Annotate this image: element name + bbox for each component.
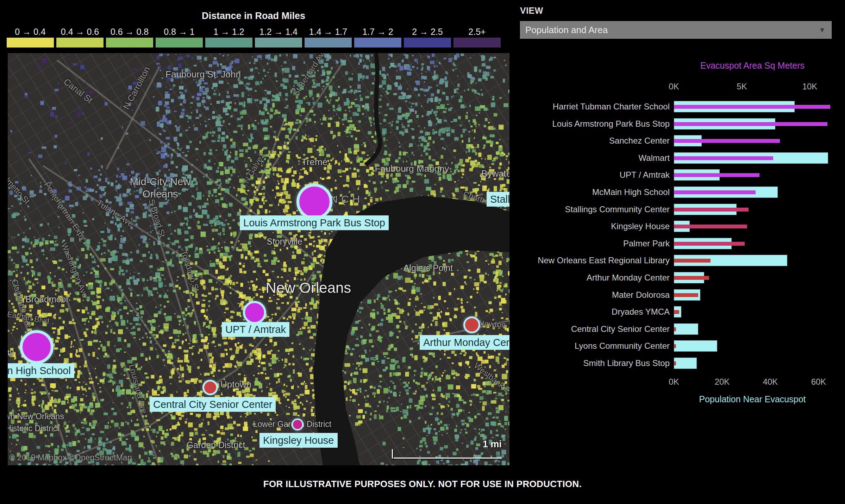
bar-row-label: Palmer Park (512, 238, 670, 249)
map-area-label: Uptown (220, 379, 251, 390)
bar-row-label: Central City Senior Center (512, 324, 670, 334)
bar-row-label: Sanchez Center (512, 136, 670, 146)
legend-swatch[interactable] (156, 38, 203, 48)
map-area-label: Mid-City New (130, 176, 190, 188)
map-area-label: Storyville (267, 237, 302, 247)
area-bar[interactable] (674, 173, 759, 177)
view-dropdown[interactable]: Population and Area ▼ (520, 21, 832, 39)
bar-row-label: Smith Library Bus Stop (512, 358, 670, 368)
bar-row-label: Kingsley House (512, 221, 670, 232)
bar-row-label: McMain High School (512, 187, 670, 197)
bar-row-label: Arthur Monday Center (512, 272, 670, 283)
evacuspot-label-upt-amtrak: UPT / Amtrak (222, 322, 289, 337)
legend-swatch[interactable] (205, 38, 252, 48)
population-axis-tick: 40K (756, 377, 784, 387)
legend-swatch[interactable] (354, 38, 401, 48)
evacuspot-label-arthur-monday-center: Arthur Monday Center (420, 335, 509, 350)
map-area-label: Faubourg Marigny (375, 163, 449, 174)
legend-title: Distance in Road Miles (0, 11, 507, 21)
map-area-label: University (8, 348, 14, 358)
evacuspot-dot-kingsley-house[interactable] (292, 418, 303, 430)
population-axis-tick: 20K (708, 377, 736, 387)
scale-bar-label: 1 mi (449, 439, 502, 450)
evacuspot-dot-upt-amtrak[interactable] (243, 301, 266, 324)
area-bar[interactable] (674, 344, 676, 348)
legend-swatch[interactable] (255, 38, 302, 48)
bar-row-label: UPT / Amtrak (512, 170, 670, 180)
evacuspot-label-stallings-community-center: Stallings Community Center (487, 192, 509, 207)
map[interactable]: Faubourg St. JohnCanal StN CarrolltonMid… (8, 53, 509, 465)
legend-category-label: 2.5+ (446, 27, 508, 37)
scale-bar-tick (392, 449, 393, 459)
bar-row-label: Stallings Community Center (512, 204, 670, 215)
evacuspot-label-kingsley-house: Kingsley House (259, 433, 338, 448)
map-area-label: Bywater (481, 168, 509, 179)
area-bar[interactable] (674, 139, 780, 143)
bar-row-label: Lyons Community Center (512, 341, 670, 351)
map-area-label: Algiers Point (403, 263, 453, 273)
evacuspot-label-central-city-senior-center: Central City Senior Center (150, 397, 276, 412)
bar-row-label: New Orleans East Regional Library (512, 255, 670, 266)
legend-swatch[interactable] (7, 38, 54, 48)
area-axis-tick: 10K (796, 82, 824, 92)
area-axis-tick: 0K (660, 82, 688, 92)
area-bar[interactable] (674, 225, 747, 228)
evacuspot-dot-central-city-senior-center[interactable] (202, 380, 218, 395)
dashboard: { "legend": { "title": "Distance in Road… (0, 0, 845, 504)
scale-bar (392, 458, 502, 459)
map-area-label: Orleans (142, 188, 178, 200)
bar-row-label: Louis Armstrong Park Bus Stop (512, 119, 670, 129)
map-area-label: Uptown New Orleans (8, 412, 64, 421)
legend-swatch[interactable] (404, 38, 451, 48)
bar-row-label: Harriet Tubman Charter School (512, 101, 670, 112)
chevron-down-icon: ▼ (819, 21, 826, 38)
population-axis-tick: 60K (805, 377, 833, 387)
map-area-label: Tremé (301, 157, 327, 168)
population-axis-tick: 0K (660, 377, 688, 387)
evacuspot-dot-arthur-monday-center[interactable] (463, 316, 480, 333)
area-bar[interactable] (674, 122, 827, 126)
area-bar[interactable] (674, 361, 676, 365)
evacuspot-dot-mcmain-high-school[interactable] (20, 330, 54, 364)
area-bar[interactable] (674, 310, 679, 314)
area-bar[interactable] (674, 190, 756, 194)
evacuspot-dot-louis-armstrong-park-bus-stop[interactable] (296, 184, 332, 220)
map-area-label: Faubourg St. John (165, 69, 241, 80)
area-bar[interactable] (674, 293, 698, 297)
legend-swatch[interactable] (56, 38, 104, 48)
map-area-label: Garden District (187, 440, 245, 450)
map-area-label: Broadmoor (25, 294, 69, 304)
legend-swatch[interactable] (106, 38, 153, 48)
population-bar[interactable] (674, 340, 717, 352)
area-bar[interactable] (674, 242, 745, 246)
view-label: VIEW (520, 6, 543, 16)
bar-row-label: Dryades YMCA (512, 307, 670, 317)
bar-row-label: Mater Dolorosa (512, 290, 670, 300)
area-bar[interactable] (674, 208, 749, 212)
legend-swatch[interactable] (305, 38, 352, 48)
evacuspot-label-mcmain-high-school: McMain High School (8, 363, 74, 378)
area-bar[interactable] (674, 327, 676, 331)
area-bar[interactable] (674, 156, 773, 160)
map-area-label: Historic District (8, 424, 60, 433)
area-bar[interactable] (674, 105, 830, 109)
population-bar[interactable] (674, 323, 698, 335)
map-area-label: New Orleans (266, 279, 351, 296)
population-axis-title: Population Near Evacuspot (674, 394, 831, 404)
area-bar[interactable] (674, 259, 711, 263)
legend-swatch[interactable] (453, 38, 501, 48)
bar-row-label: Walmart (512, 153, 670, 163)
footer-disclaimer: FOR ILLUSTRATIVE PURPOSES ONLY. NOT FOR … (0, 479, 845, 490)
view-selected-value: Population and Area (525, 21, 608, 38)
evacuspot-label-louis-armstrong-park-bus-stop: Louis Armstrong Park Bus Stop (240, 215, 389, 230)
map-attribution: © 2019 Mapbox ©OpenStreetMap (9, 453, 132, 462)
area-bar[interactable] (674, 276, 709, 280)
population-bar[interactable] (674, 358, 697, 369)
area-axis-tick: 5K (728, 82, 756, 92)
area-axis-title: Evacuspot Area Sq Meters (674, 61, 831, 71)
